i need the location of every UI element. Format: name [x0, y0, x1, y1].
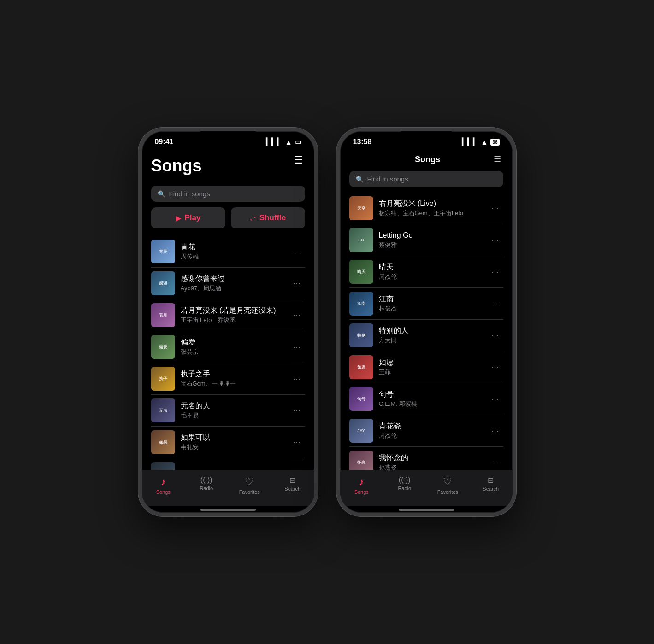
- song-title-ganxie: 感谢你曾来过: [181, 274, 284, 284]
- more-btn-shiyue[interactable]: ···: [487, 202, 503, 215]
- tab-songs-label-2: Songs: [354, 489, 369, 495]
- tab-search-2[interactable]: ⊟ Search: [469, 474, 513, 497]
- main-scroll-2[interactable]: 天空 右月亮没米 (Live) 杨宗纬、宝石Gem、王宇宙Leto ··· LG: [340, 193, 513, 470]
- shuffle-button-1[interactable]: ⇌ Shuffle: [231, 207, 305, 228]
- more-btn-ruoyueliang[interactable]: ···: [289, 309, 305, 322]
- page-title-2: Songs: [415, 155, 440, 164]
- song-title-zhizi: 执子之手: [181, 369, 284, 379]
- album-art-jiangnan: 江南: [349, 292, 373, 316]
- more-btn-qinghuaci[interactable]: ···: [487, 424, 503, 438]
- song-artist-ruyuan: 王菲: [379, 368, 482, 376]
- search-bar-1[interactable]: 🔍 Find in songs: [151, 186, 305, 202]
- shuffle-icon-1: ⇌: [250, 214, 256, 222]
- more-btn-gouhao[interactable]: ···: [487, 392, 503, 406]
- song-item-wohunian[interactable]: 怀念 我怀念的 孙燕姿 ···: [349, 447, 503, 470]
- play-button-1[interactable]: ▶ Play: [151, 207, 225, 228]
- more-btn-ruguo[interactable]: ···: [289, 436, 305, 449]
- song-item-ruguo[interactable]: 如果 如果可以 韦礼安 ···: [151, 427, 305, 458]
- song-item-letting-go[interactable]: LG Letting Go 蔡健雅 ···: [349, 224, 503, 256]
- song-item-qingtian[interactable]: 晴天 晴天 周杰伦 ···: [349, 256, 503, 288]
- tab-favorites-label-1: Favorites: [239, 489, 260, 495]
- song-artist-gouhao: G.E.M. 邓紫棋: [379, 400, 482, 408]
- song-title-wohunian: 我怀念的: [379, 453, 482, 463]
- more-btn-pianai[interactable]: ···: [289, 340, 305, 354]
- more-btn-letting-go[interactable]: ···: [487, 234, 503, 247]
- status-icons-2: ▎▎▎ ▲ 36: [462, 138, 500, 146]
- song-item-ganxie[interactable]: 感谢 感谢你曾来过 Ayo97、周思涵 ···: [151, 268, 305, 299]
- more-btn-zhizi[interactable]: ···: [289, 372, 305, 386]
- time-1: 09:41: [155, 138, 174, 146]
- search-icon-2: 🔍: [356, 176, 364, 183]
- tab-songs-icon-2: ♪: [359, 476, 364, 488]
- more-btn-diyi[interactable]: ···: [289, 468, 305, 470]
- tab-radio-label-2: Radio: [398, 486, 411, 491]
- song-item-wuming[interactable]: 无名 无名的人 毛不易 ···: [151, 395, 305, 427]
- song-list-1: 青花 青花 周传雄 ··· 感谢 感谢你曾: [142, 236, 314, 470]
- menu-button-2[interactable]: ☰: [492, 152, 503, 166]
- album-art-pianai: 偏爱: [151, 335, 175, 359]
- album-art-wohunian: 怀念: [349, 451, 373, 470]
- song-title-shiyue: 右月亮没米 (Live): [379, 199, 482, 209]
- album-art-ganxie: 感谢: [151, 271, 175, 295]
- search-placeholder-1: Find in songs: [169, 190, 210, 198]
- song-artist-wohunian: 孙燕姿: [379, 463, 482, 470]
- tab-songs-label-1: Songs: [156, 489, 171, 495]
- search-bar-2[interactable]: 🔍 Find in songs: [349, 171, 503, 187]
- tab-search-icon-2: ⊟: [488, 476, 494, 485]
- menu-button-1[interactable]: ☰: [292, 152, 305, 168]
- song-info-jiangnan: 江南 林俊杰: [379, 294, 482, 313]
- song-item-tebie[interactable]: 特别 特别的人 方大同 ···: [349, 320, 503, 351]
- tab-radio-1[interactable]: ((·)) Radio: [185, 474, 228, 497]
- more-btn-wuming[interactable]: ···: [289, 404, 305, 417]
- song-artist-jiangnan: 林俊杰: [379, 304, 482, 313]
- song-title-jiangnan: 江南: [379, 294, 482, 304]
- song-info-ruguo: 如果可以 韦礼安: [181, 433, 284, 452]
- more-btn-qingtian[interactable]: ···: [487, 265, 503, 279]
- song-item-shiyue[interactable]: 天空 右月亮没米 (Live) 杨宗纬、宝石Gem、王宇宙Leto ···: [349, 193, 503, 224]
- song-item-gouhao[interactable]: 句号 句号 G.E.M. 邓紫棋 ···: [349, 383, 503, 415]
- more-btn-tebie[interactable]: ···: [487, 329, 503, 342]
- main-scroll-1[interactable]: ☰ Songs 🔍 Find in songs ▶ Play ⇌: [142, 149, 314, 470]
- phone-2: 13:58 ▎▎▎ ▲ 36 Songs ☰ 🔍 Find in songs: [336, 128, 516, 516]
- album-art-letting-go: LG: [349, 228, 373, 252]
- header-2: Songs ☰: [340, 149, 513, 171]
- more-btn-ruyuan[interactable]: ···: [487, 361, 503, 374]
- tab-favorites-1[interactable]: ♡ Favorites: [228, 474, 271, 497]
- song-item-diyi[interactable]: 阿 阿王 ···: [151, 458, 305, 470]
- song-info-ganxie: 感谢你曾来过 Ayo97、周思涵: [181, 274, 284, 293]
- album-art-gouhao: 句号: [349, 387, 373, 411]
- album-art-shiyue: 天空: [349, 196, 373, 220]
- home-indicator-2: [399, 509, 454, 511]
- action-buttons-1: ▶ Play ⇌ Shuffle: [151, 207, 305, 228]
- song-info-pianai: 偏爱 张芸京: [181, 338, 284, 357]
- song-item-ruoyueliang[interactable]: 若月 若月亮没来 (若是月亮还没来) 王宇宙 Leto、乔浚丞 ···: [151, 299, 305, 331]
- more-btn-jiangnan[interactable]: ···: [487, 297, 503, 310]
- more-btn-qinghua[interactable]: ···: [289, 245, 305, 258]
- more-btn-wohunian[interactable]: ···: [487, 456, 503, 469]
- song-item-ruyuan[interactable]: 如愿 如愿 王菲 ···: [349, 351, 503, 383]
- song-item-qinghuaci[interactable]: JAY 青花瓷 周杰伦 ···: [349, 415, 503, 447]
- song-artist-ruguo: 韦礼安: [181, 443, 284, 451]
- status-bar-2: 13:58 ▎▎▎ ▲ 36: [340, 131, 513, 149]
- song-item-qinghua[interactable]: 青花 青花 周传雄 ···: [151, 236, 305, 268]
- more-btn-ganxie[interactable]: ···: [289, 277, 305, 290]
- tab-search-1[interactable]: ⊟ Search: [271, 474, 314, 497]
- tab-radio-2[interactable]: ((·)) Radio: [383, 474, 426, 497]
- wifi-icon: ▲: [285, 138, 292, 146]
- song-item-pianai[interactable]: 偏爱 偏爱 张芸京 ···: [151, 331, 305, 363]
- tab-songs-1[interactable]: ♪ Songs: [142, 474, 185, 497]
- search-placeholder-2: Find in songs: [367, 175, 408, 183]
- song-item-jiangnan[interactable]: 江南 江南 林俊杰 ···: [349, 288, 503, 320]
- album-art-qingtian: 晴天: [349, 260, 373, 284]
- song-artist-qinghua: 周传雄: [181, 252, 284, 261]
- song-artist-zhizi: 宝石Gem、一哩哩一: [181, 380, 284, 388]
- song-title-diyi: 阿王: [181, 469, 284, 470]
- song-info-wuming: 无名的人 毛不易: [181, 401, 284, 420]
- tab-songs-icon-1: ♪: [161, 476, 166, 488]
- song-artist-letting-go: 蔡健雅: [379, 241, 482, 249]
- song-item-zhizi[interactable]: 执子 执子之手 宝石Gem、一哩哩一 ···: [151, 363, 305, 395]
- tab-songs-2[interactable]: ♪ Songs: [340, 474, 383, 497]
- song-info-shiyue: 右月亮没米 (Live) 杨宗纬、宝石Gem、王宇宙Leto: [379, 199, 482, 218]
- page-title-1: Songs: [151, 156, 305, 176]
- tab-favorites-2[interactable]: ♡ Favorites: [426, 474, 470, 497]
